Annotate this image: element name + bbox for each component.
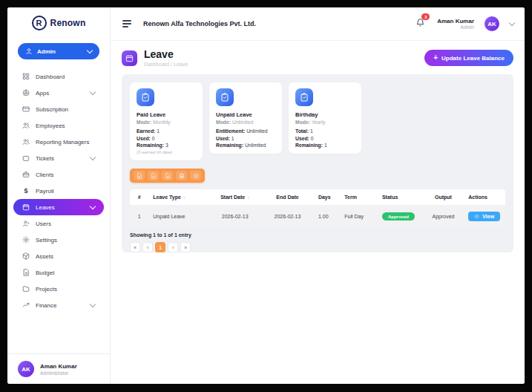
sidebar-item-projects[interactable]: Projects bbox=[13, 281, 104, 297]
sidebar-item-employees[interactable]: Employees bbox=[13, 117, 104, 134]
sidebar-item-users[interactable]: Users bbox=[13, 215, 104, 232]
sidebar-item-leaves[interactable]: Leaves bbox=[13, 199, 104, 215]
stat-key: Used: bbox=[137, 136, 151, 141]
file-pdf-icon bbox=[165, 173, 171, 179]
sidebar-item-label: Clients bbox=[36, 172, 95, 178]
col-leave-type[interactable]: Leave Type↕ bbox=[148, 189, 208, 206]
notifications-button[interactable]: 3 bbox=[414, 16, 427, 32]
col-days[interactable]: Days bbox=[314, 189, 340, 206]
view-button-label: View bbox=[482, 214, 494, 219]
copy-button[interactable] bbox=[190, 171, 201, 180]
apps-icon bbox=[22, 89, 30, 97]
sidebar-item-tickets[interactable]: Tickets bbox=[13, 150, 104, 166]
stat-value: 0 bbox=[152, 136, 155, 141]
chevron-down-icon bbox=[90, 154, 96, 160]
sidebar-item-finance[interactable]: Finance bbox=[13, 297, 104, 313]
clients-icon bbox=[22, 171, 30, 178]
col-status[interactable]: Status bbox=[378, 189, 423, 206]
export-pdf-button[interactable] bbox=[162, 171, 173, 180]
sidebar-item-subscription[interactable]: Subscription bbox=[13, 101, 104, 117]
export-csv-button[interactable] bbox=[148, 171, 159, 180]
top-header: Renown Alfa Technologies Pvt. Ltd. 3 Ama… bbox=[111, 7, 525, 41]
notification-count-badge: 3 bbox=[421, 13, 430, 20]
stat-value: 1 bbox=[231, 136, 234, 141]
card-mode-value: Monthly bbox=[153, 120, 171, 125]
col-actions[interactable]: Actions bbox=[464, 189, 505, 206]
col-start-date[interactable]: Start Date↕ bbox=[208, 189, 261, 206]
chevron-down-icon bbox=[90, 301, 96, 307]
cell-output: Approved bbox=[423, 206, 464, 228]
stat-key: Earned: bbox=[137, 128, 155, 134]
col-num[interactable]: # bbox=[130, 189, 148, 206]
pagination-prev-button[interactable]: ‹ bbox=[142, 242, 153, 252]
reporting-managers-icon bbox=[22, 138, 30, 146]
col-label: Leave Type bbox=[153, 195, 181, 200]
leave-page-icon bbox=[122, 50, 137, 66]
folder-icon bbox=[22, 285, 30, 293]
card-title: Birthday bbox=[295, 111, 355, 118]
eye-icon bbox=[474, 214, 479, 219]
unpaid-leave-card: Unpaid Leave Mode: Unlimited Entitlement… bbox=[209, 82, 282, 154]
app-logo[interactable]: R Renown bbox=[7, 7, 110, 39]
stat-key: Remaining: bbox=[216, 143, 243, 148]
export-excel-button[interactable] bbox=[134, 171, 145, 180]
renown-logo-icon: R bbox=[32, 16, 47, 30]
chevron-down-icon[interactable] bbox=[509, 19, 515, 25]
sidebar-item-clients[interactable]: Clients bbox=[13, 166, 104, 183]
tickets-icon bbox=[22, 154, 30, 162]
col-term[interactable]: Term bbox=[340, 189, 378, 206]
sidebar-item-dashboard[interactable]: Dashboard bbox=[13, 68, 104, 85]
status-badge: Approved bbox=[382, 212, 415, 220]
birthday-leave-card: Birthday Mode: Yearly Total: 1 Used: 0 R… bbox=[289, 82, 361, 154]
sidebar-user-name: Aman Kumar bbox=[40, 363, 77, 370]
pagination: « ‹ 1 › » bbox=[130, 242, 505, 252]
sidebar-item-label: Employees bbox=[36, 122, 95, 129]
col-label: Start Date bbox=[220, 195, 245, 200]
card-mode-key: Mode: bbox=[295, 120, 310, 125]
hamburger-menu-icon[interactable] bbox=[121, 19, 133, 29]
leave-summary-cards: Paid Leave Mode: Monthly Earned: 1 Used:… bbox=[130, 82, 505, 160]
sidebar-item-budget[interactable]: Budget bbox=[13, 264, 104, 281]
budget-file-icon bbox=[22, 269, 30, 276]
pagination-first-button[interactable]: « bbox=[130, 242, 140, 252]
col-end-date[interactable]: End Date bbox=[261, 189, 314, 206]
cell-term: Full Day bbox=[340, 206, 378, 228]
chevron-down-icon bbox=[90, 88, 96, 94]
sidebar-item-assets[interactable]: Assets bbox=[13, 248, 104, 264]
update-leave-balance-button[interactable]: + Update Leave Balance bbox=[424, 50, 513, 66]
sidebar-item-label: Tickets bbox=[36, 155, 85, 162]
avatar[interactable]: AK bbox=[485, 16, 499, 31]
sidebar-item-label: Assets bbox=[36, 253, 95, 260]
role-switcher-admin-button[interactable]: Admin bbox=[18, 43, 99, 59]
header-user-menu[interactable]: Aman Kumar Admin bbox=[437, 18, 474, 30]
pagination-page-1-button[interactable]: 1 bbox=[155, 242, 165, 252]
sidebar-item-payroll[interactable]: $ Payroll bbox=[13, 183, 104, 199]
sidebar-user-footer[interactable]: AK Aman Kumar Administrator bbox=[7, 353, 110, 384]
stat-value: 1 bbox=[324, 143, 327, 148]
cell-leave-type: Unpaid Leave bbox=[148, 206, 208, 228]
sidebar-item-reporting-managers[interactable]: Reporting Managers bbox=[13, 134, 104, 150]
avatar: AK bbox=[18, 361, 34, 377]
employees-icon bbox=[22, 122, 30, 129]
sidebar-item-label: Dashboard bbox=[36, 74, 95, 80]
breadcrumb: Dashboard / Leave bbox=[144, 62, 188, 67]
sidebar-item-settings[interactable]: Settings bbox=[13, 232, 104, 248]
sidebar-item-label: Leaves bbox=[36, 204, 85, 211]
sidebar-item-label: Settings bbox=[36, 237, 95, 244]
sidebar-item-label: Apps bbox=[36, 90, 85, 97]
role-label: Admin bbox=[37, 48, 83, 55]
table-header-row: # Leave Type↕ Start Date↕ End Date Days … bbox=[130, 189, 505, 206]
users-icon bbox=[22, 220, 30, 227]
view-button[interactable]: View bbox=[468, 212, 500, 221]
pagination-next-button[interactable]: › bbox=[168, 242, 178, 252]
card-title: Unpaid Leave bbox=[216, 111, 275, 118]
clipboard-check-icon bbox=[137, 88, 154, 106]
sidebar-item-apps[interactable]: Apps bbox=[13, 85, 104, 101]
col-output[interactable]: Output bbox=[423, 189, 464, 206]
stat-key: Remaining: bbox=[137, 143, 164, 148]
sort-icon: ↕ bbox=[183, 195, 185, 200]
sidebar-item-label: Projects bbox=[36, 286, 95, 293]
chevron-down-icon bbox=[90, 203, 96, 209]
print-button[interactable] bbox=[176, 171, 187, 180]
pagination-last-button[interactable]: » bbox=[180, 242, 191, 252]
